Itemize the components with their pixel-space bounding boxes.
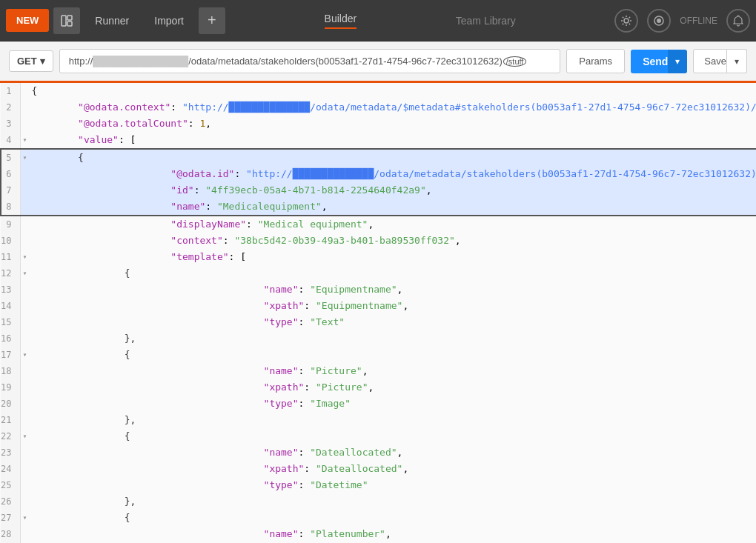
- code-line-content: "xpath": "Dateallocated",: [28, 461, 756, 477]
- fold-arrow: [21, 298, 29, 314]
- table-row: 19 "xpath": "Picture",: [1, 379, 756, 396]
- table-row: 6 "@odata.id": "http://██████████████/od…: [1, 166, 756, 182]
- settings-icon-button[interactable]: [614, 9, 638, 33]
- line-number: 9: [1, 216, 21, 233]
- table-row: 2 "@odata.context": "http://████████████…: [1, 99, 756, 116]
- svg-rect-2: [67, 21, 72, 26]
- fold-arrow: [21, 477, 29, 493]
- method-chevron: ▾: [40, 56, 45, 67]
- record-icon-button[interactable]: [647, 9, 671, 33]
- fold-arrow: [21, 444, 29, 461]
- line-number: 20: [1, 396, 21, 412]
- line-number: 17: [1, 347, 21, 363]
- fold-arrow: [21, 396, 29, 412]
- code-table: 1{2 "@odata.context": "http://██████████…: [0, 83, 756, 543]
- table-row: 7 "id": "4ff39ecb-05a4-4b71-b814-2254640…: [1, 182, 756, 199]
- new-tab-button[interactable]: +: [199, 7, 225, 34]
- method-select[interactable]: GET ▾: [9, 50, 53, 72]
- table-row: 28 "name": "Platenumber",: [1, 526, 756, 542]
- line-number: 11: [1, 249, 21, 265]
- table-row: 24 "xpath": "Dateallocated",: [1, 461, 756, 477]
- table-row: 22▾ {: [1, 428, 756, 444]
- import-button[interactable]: Import: [144, 9, 194, 33]
- line-number: 26: [1, 493, 21, 510]
- line-number: 2: [1, 99, 21, 116]
- code-line-content: "xpath": "Picture",: [28, 379, 756, 396]
- table-row: 15 "type": "Text": [1, 314, 756, 330]
- table-row: 16 },: [1, 330, 756, 347]
- fold-arrow[interactable]: ▾: [21, 132, 29, 149]
- fold-arrow[interactable]: ▾: [21, 428, 29, 444]
- fold-arrow[interactable]: ▾: [21, 249, 29, 265]
- method-label: GET: [17, 56, 37, 67]
- code-line-content: "type": "Text": [28, 314, 756, 330]
- code-line-content: "context": "38bc5d42-0b39-49a3-b401-ba89…: [28, 233, 756, 249]
- code-line-content: {: [28, 149, 756, 166]
- line-number: 16: [1, 330, 21, 347]
- line-number: 1: [1, 83, 21, 99]
- line-number: 12: [1, 265, 21, 282]
- send-button[interactable]: Send: [631, 50, 668, 73]
- line-number: 3: [1, 116, 21, 132]
- fold-arrow: [21, 233, 29, 249]
- table-row: 21 },: [1, 412, 756, 428]
- code-line-content: },: [28, 412, 756, 428]
- new-button[interactable]: NEW: [6, 9, 49, 32]
- fold-arrow: [21, 216, 29, 233]
- fold-arrow[interactable]: ▾: [21, 265, 29, 282]
- svg-point-5: [657, 19, 661, 23]
- line-number: 5: [1, 149, 21, 166]
- table-row: 23 "name": "Dateallocated",: [1, 444, 756, 461]
- table-row: 5▾ {: [1, 149, 756, 166]
- fold-arrow[interactable]: ▾: [21, 510, 29, 526]
- toolbar: NEW Runner Import + Builder Team Library…: [0, 0, 756, 41]
- code-line-content: "type": "Datetime": [28, 477, 756, 493]
- builder-tab[interactable]: Builder: [325, 13, 357, 29]
- line-number: 8: [1, 199, 21, 216]
- save-dropdown-button[interactable]: ▾: [727, 49, 747, 73]
- code-line-content: "name": "Medicalequipment",: [28, 199, 756, 216]
- code-line-content: "displayName": "Medical equipment",: [28, 216, 756, 233]
- code-line-content: "template": [: [28, 249, 756, 265]
- fold-arrow: [21, 461, 29, 477]
- fold-arrow: [21, 493, 29, 510]
- params-button[interactable]: Params: [566, 49, 625, 73]
- fold-arrow: [21, 182, 29, 199]
- line-number: 19: [1, 379, 21, 396]
- table-row: 3 "@odata.totalCount": 1,: [1, 116, 756, 132]
- table-row: 12▾ {: [1, 265, 756, 282]
- toolbar-right: OFFLINE: [614, 9, 750, 33]
- fold-arrow: [21, 282, 29, 298]
- line-number: 27: [1, 510, 21, 526]
- table-row: 18 "name": "Picture",: [1, 363, 756, 379]
- table-row: 26 },: [1, 493, 756, 510]
- code-line-content: "@odata.totalCount": 1,: [28, 116, 756, 132]
- code-line-content: "@odata.id": "http://██████████████/odat…: [28, 166, 756, 182]
- table-row: 4▾ "value": [: [1, 132, 756, 149]
- fold-arrow: [21, 99, 29, 116]
- code-line-content: "name": "Platenumber",: [28, 526, 756, 542]
- runner-button[interactable]: Runner: [84, 9, 139, 33]
- line-number: 15: [1, 314, 21, 330]
- fold-arrow: [21, 166, 29, 182]
- url-input[interactable]: http://██████████████/odata/metadata/sta…: [59, 49, 561, 73]
- line-number: 22: [1, 428, 21, 444]
- code-area[interactable]: 1{2 "@odata.context": "http://██████████…: [0, 83, 756, 543]
- code-line-content: },: [28, 493, 756, 510]
- line-number: 4: [1, 132, 21, 149]
- layout-icon-button[interactable]: [53, 7, 80, 34]
- fold-arrow: [21, 83, 29, 99]
- send-dropdown-button[interactable]: ▾: [668, 50, 687, 73]
- line-number: 6: [1, 166, 21, 182]
- code-line-content: "id": "4ff39ecb-05a4-4b71-b814-2254640f4…: [28, 182, 756, 199]
- save-button[interactable]: Save: [693, 49, 727, 73]
- line-number: 10: [1, 233, 21, 249]
- svg-rect-0: [62, 16, 66, 26]
- line-number: 23: [1, 444, 21, 461]
- line-number: 7: [1, 182, 21, 199]
- table-row: 8 "name": "Medicalequipment",: [1, 199, 756, 216]
- fold-arrow[interactable]: ▾: [21, 347, 29, 363]
- team-library-tab[interactable]: Team Library: [456, 15, 516, 27]
- notification-icon-button[interactable]: [726, 9, 750, 33]
- fold-arrow[interactable]: ▾: [21, 149, 29, 166]
